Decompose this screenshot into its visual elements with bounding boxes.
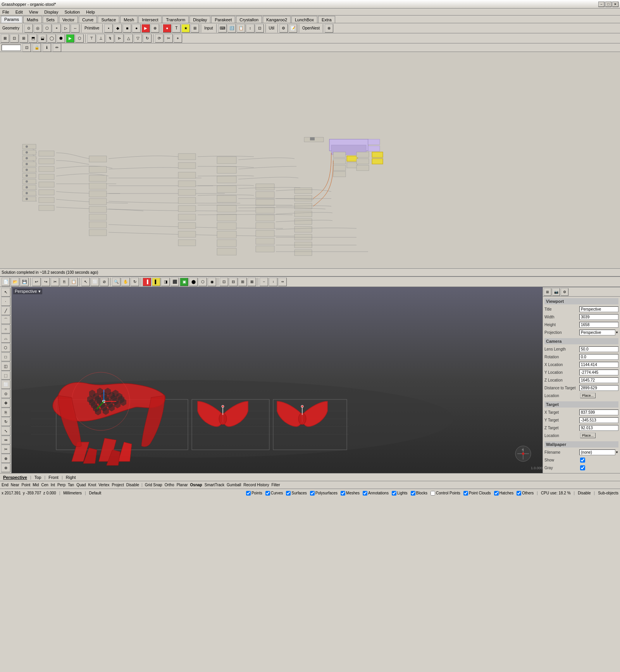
lt-extrude[interactable]: ⬚	[1, 371, 10, 380]
tb-btn-11[interactable]: ▶	[141, 24, 150, 33]
cb-hatches[interactable]	[494, 491, 499, 496]
vp-tab-top[interactable]: Top	[33, 475, 43, 480]
props-settings-icon[interactable]: ⚙	[561, 288, 568, 296]
tb-btn-4[interactable]: ⚬	[52, 24, 61, 33]
lt-rotate2[interactable]: ↻	[1, 417, 10, 426]
tb-btn-r2-4[interactable]: ⬒	[29, 34, 37, 43]
tb-btn-23[interactable]: 📝	[289, 24, 297, 33]
tb-btn-r2-7[interactable]: ⬟	[57, 34, 65, 43]
props-y-target[interactable]: -345.513	[579, 417, 618, 423]
lt-mirror[interactable]: ⇔	[1, 436, 10, 445]
tb-btn-16[interactable]: ⊞	[191, 24, 199, 33]
tb-btn-21[interactable]: ⊡	[255, 24, 264, 33]
lt-point[interactable]: ·	[1, 297, 10, 306]
cb-points[interactable]	[246, 491, 251, 496]
tab-sets[interactable]: Sets	[43, 16, 58, 23]
tb-btn-r2-19[interactable]: ⌖	[174, 34, 182, 43]
tab-mesh[interactable]: Mesh	[120, 16, 138, 23]
zoom-input[interactable]: 26%	[2, 45, 21, 51]
cb-others[interactable]	[517, 491, 521, 496]
rhino-tb-display4[interactable]: ⬤	[189, 278, 198, 286]
maximize-button[interactable]: □	[605, 2, 611, 7]
tb-btn-1[interactable]: ⊙	[24, 24, 33, 33]
projection-dropdown-icon[interactable]: ▼	[615, 331, 618, 334]
tb-btn-r2-13[interactable]: ⊳	[115, 34, 124, 43]
props-rotation[interactable]: 0.0	[579, 354, 618, 360]
rhino-tb-new[interactable]: 📄	[2, 278, 10, 286]
filename-dropdown-icon[interactable]: ▼	[615, 451, 618, 454]
rhino-tb-open[interactable]: 📂	[11, 278, 19, 286]
tab-crystallon[interactable]: Crystallon	[236, 16, 262, 23]
tb-btn-r2-1[interactable]: ⊠	[1, 34, 9, 43]
close-button[interactable]: ✕	[612, 2, 618, 7]
lt-move[interactable]: ✥	[1, 399, 10, 408]
cb-curves[interactable]	[265, 491, 270, 496]
lt-circle[interactable]: ○	[1, 325, 10, 333]
lt-sphere[interactable]: ⊙	[1, 389, 10, 398]
tb-btn-6[interactable]: ↔	[71, 24, 79, 33]
tb-btn-24[interactable]: ⊗	[325, 24, 333, 33]
tab-vector[interactable]: Vector	[59, 16, 78, 23]
tb-btn-r2-17[interactable]: ⟳	[155, 34, 164, 43]
rhino-tb-display5[interactable]: ⬡	[198, 278, 207, 286]
target-place-button[interactable]: Place...	[580, 433, 596, 438]
tb-btn-9[interactable]: ■	[123, 24, 131, 33]
tab-params[interactable]: Params	[1, 16, 22, 23]
rhino-tb-pan[interactable]: ✋	[121, 278, 130, 286]
menu-solution[interactable]: Solution	[63, 10, 81, 14]
lt-trim[interactable]: ✂	[1, 445, 10, 454]
tb-btn-5[interactable]: ▷	[62, 24, 70, 33]
lt-box[interactable]: ⬜	[1, 380, 10, 389]
lt-explode[interactable]: ⊗	[1, 463, 10, 472]
tb-btn-r2-8[interactable]: ▶	[66, 34, 74, 43]
rhino-tb-select[interactable]: ↖	[81, 278, 90, 286]
cb-blocks[interactable]	[411, 491, 415, 496]
tb-btn-r2-9[interactable]: ⬡	[75, 34, 84, 43]
menu-view[interactable]: View	[28, 10, 40, 14]
tb-btn-12[interactable]: ⊕	[151, 24, 159, 33]
rhino-tb-window[interactable]: ⬜	[91, 278, 99, 286]
tab-extra[interactable]: Extra	[318, 16, 335, 23]
tb-btn-3[interactable]: ⬡	[43, 24, 52, 33]
cb-lights[interactable]	[392, 491, 396, 496]
cb-surfaces[interactable]	[286, 491, 291, 496]
tb-btn-r2-5[interactable]: ⬓	[38, 34, 46, 43]
tb-btn-22[interactable]: ⚙	[279, 24, 288, 33]
rhino-tb-t3[interactable]: ⊞	[238, 278, 247, 286]
rhino-tb-display6[interactable]: ◉	[208, 278, 216, 286]
tb-btn-r2-2[interactable]: ⊡	[10, 34, 19, 43]
tab-surface[interactable]: Surface	[98, 16, 119, 23]
rhino-tb-zoom[interactable]: 🔍	[112, 278, 121, 286]
props-distance-target[interactable]: 2899.629	[579, 385, 618, 391]
lt-arc[interactable]: ⌓	[1, 334, 10, 343]
rhino-tb-rotate[interactable]: ↻	[131, 278, 139, 286]
zoom-pen-btn[interactable]: ✏	[53, 43, 61, 52]
tb-btn-20[interactable]: ↕	[246, 24, 255, 33]
rhino-tb-display3[interactable]: ▣	[180, 278, 188, 286]
rhino-tb-paste[interactable]: 📋	[69, 278, 78, 286]
tab-maths[interactable]: Maths	[23, 16, 42, 23]
menu-display[interactable]: Display	[43, 10, 60, 14]
props-camera-icon[interactable]: 📷	[552, 288, 560, 296]
minimize-button[interactable]: −	[598, 2, 604, 7]
tb-btn-2[interactable]: ◎	[34, 24, 42, 33]
menu-help[interactable]: Help	[84, 10, 96, 14]
props-z-target[interactable]: 92.013	[579, 425, 618, 431]
lt-select[interactable]: ↖	[1, 288, 10, 297]
tb-btn-r2-3[interactable]: ⊞	[19, 34, 28, 43]
tb-btn-r2-12[interactable]: ↯	[106, 34, 114, 43]
menu-edit[interactable]: Edit	[14, 10, 24, 14]
vp-tab-front[interactable]: Front	[47, 475, 60, 480]
tb-btn-r2-11[interactable]: ⊥	[96, 34, 105, 43]
rhino-tb-display2[interactable]: ⬛	[170, 278, 179, 286]
tb-btn-13[interactable]: ●	[163, 24, 171, 33]
props-display-icon[interactable]: ⊞	[544, 288, 551, 296]
tb-btn-r2-16[interactable]: ↻	[143, 34, 152, 43]
tb-btn-19[interactable]: 📋	[237, 24, 245, 33]
tb-btn-8[interactable]: ◆	[114, 24, 122, 33]
rhino-tb-cut[interactable]: ✂	[51, 278, 59, 286]
tb-btn-r2-10[interactable]: ⊤	[87, 34, 96, 43]
lt-scale[interactable]: ⤡	[1, 427, 10, 435]
tb-btn-r2-14[interactable]: △	[124, 34, 133, 43]
menu-file[interactable]: File	[1, 10, 11, 14]
